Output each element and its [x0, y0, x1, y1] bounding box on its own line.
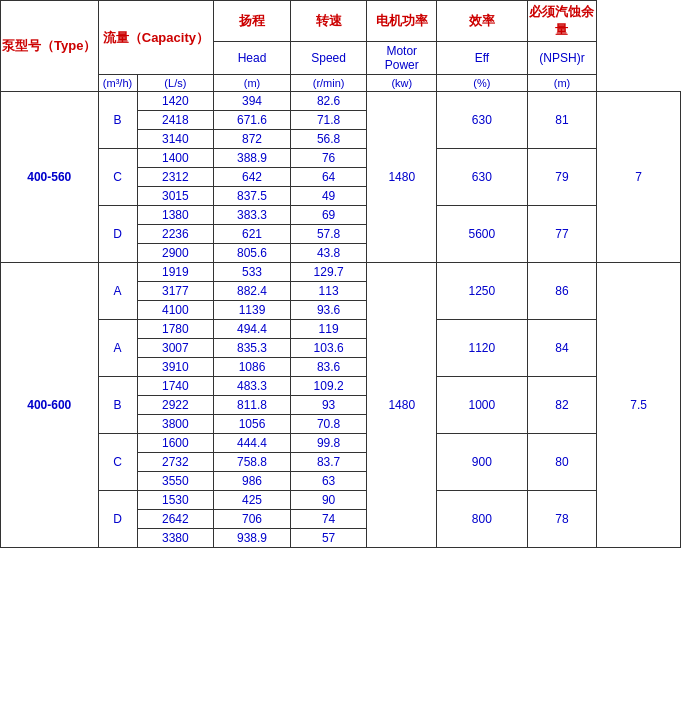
head-cell: 43.8	[290, 244, 367, 263]
head-cell: 64	[290, 168, 367, 187]
cap1-cell: 2922	[137, 396, 214, 415]
motor-cell: 900	[437, 434, 528, 491]
npsh-header: 必须汽蚀余量	[527, 1, 597, 42]
cap1-cell: 2236	[137, 225, 214, 244]
table-row: C1600444.499.890080	[1, 434, 681, 453]
cap2-cell: 425	[214, 491, 291, 510]
head-cell: 74	[290, 510, 367, 529]
head-cell: 82.6	[290, 92, 367, 111]
cap1-cell: 1919	[137, 263, 214, 282]
motor-cell: 630	[437, 149, 528, 206]
sub-cell: A	[98, 320, 137, 377]
eff-header: 效率	[437, 1, 528, 42]
head-cell: 57.8	[290, 225, 367, 244]
eff-cell: 86	[527, 263, 597, 320]
cap2-cell: 706	[214, 510, 291, 529]
head-cell: 109.2	[290, 377, 367, 396]
head-cell: 93.6	[290, 301, 367, 320]
head-cell: 90	[290, 491, 367, 510]
cap2-cell: 938.9	[214, 529, 291, 548]
head-cell: 76	[290, 149, 367, 168]
head-cell: 83.7	[290, 453, 367, 472]
capacity-header: 流量（Capacity）	[98, 1, 214, 75]
eff-cell: 84	[527, 320, 597, 377]
motor-cell: 1000	[437, 377, 528, 434]
head-cell: 129.7	[290, 263, 367, 282]
motor-cell: 800	[437, 491, 528, 548]
cap1-cell: 3007	[137, 339, 214, 358]
eff-cell: 80	[527, 434, 597, 491]
npsh-unit: (m)	[527, 75, 597, 92]
speed-unit: (r/min)	[290, 75, 367, 92]
npsh-sub: (NPSH)r	[527, 42, 597, 75]
cap1-cell: 2732	[137, 453, 214, 472]
cap1-unit: (m³/h)	[98, 75, 137, 92]
motor-header: 电机功率	[367, 1, 437, 42]
sub-cell: B	[98, 377, 137, 434]
cap2-cell: 394	[214, 92, 291, 111]
head-cell: 113	[290, 282, 367, 301]
head-cell: 63	[290, 472, 367, 491]
sub-cell: A	[98, 263, 137, 320]
cap2-cell: 388.9	[214, 149, 291, 168]
cap2-cell: 986	[214, 472, 291, 491]
eff-unit: (%)	[437, 75, 528, 92]
cap1-cell: 1400	[137, 149, 214, 168]
cap1-cell: 4100	[137, 301, 214, 320]
speed-sub: Speed	[290, 42, 367, 75]
sub-cell: C	[98, 434, 137, 491]
cap2-cell: 758.8	[214, 453, 291, 472]
head-cell: 56.8	[290, 130, 367, 149]
cap2-cell: 621	[214, 225, 291, 244]
sub-cell: C	[98, 149, 137, 206]
cap1-cell: 1420	[137, 92, 214, 111]
motor-unit: (kw)	[367, 75, 437, 92]
cap2-cell: 872	[214, 130, 291, 149]
pump-data-table: 泵型号（Type） 流量（Capacity） 扬程 转速 电机功率 效率 必须汽…	[0, 0, 681, 548]
table-row: 400-600A1919533129.714801250867.5	[1, 263, 681, 282]
cap1-cell: 3177	[137, 282, 214, 301]
cap1-cell: 2312	[137, 168, 214, 187]
npsh-cell: 7.5	[597, 263, 681, 548]
cap2-cell: 882.4	[214, 282, 291, 301]
cap2-cell: 811.8	[214, 396, 291, 415]
cap2-cell: 805.6	[214, 244, 291, 263]
cap2-cell: 494.4	[214, 320, 291, 339]
head-cell: 57	[290, 529, 367, 548]
cap1-cell: 3015	[137, 187, 214, 206]
cap2-cell: 1086	[214, 358, 291, 377]
motor-cell: 630	[437, 92, 528, 149]
cap1-cell: 1600	[137, 434, 214, 453]
table-row: A1780494.4119112084	[1, 320, 681, 339]
motor-cell: 5600	[437, 206, 528, 263]
eff-cell: 77	[527, 206, 597, 263]
cap2-cell: 533	[214, 263, 291, 282]
head-header: 扬程	[214, 1, 291, 42]
head-cell: 70.8	[290, 415, 367, 434]
cap1-cell: 3550	[137, 472, 214, 491]
cap1-cell: 1380	[137, 206, 214, 225]
head-cell: 103.6	[290, 339, 367, 358]
sub-cell: D	[98, 491, 137, 548]
header-row-3: (m³/h) (L/s) (m) (r/min) (kw) (%) (m)	[1, 75, 681, 92]
eff-cell: 81	[527, 92, 597, 149]
cap2-cell: 835.3	[214, 339, 291, 358]
cap1-cell: 2642	[137, 510, 214, 529]
cap2-cell: 383.3	[214, 206, 291, 225]
head-unit: (m)	[214, 75, 291, 92]
table-row: B1740483.3109.2100082	[1, 377, 681, 396]
cap2-unit: (L/s)	[137, 75, 214, 92]
speed-cell: 1480	[367, 263, 437, 548]
motor-cell: 1250	[437, 263, 528, 320]
head-cell: 83.6	[290, 358, 367, 377]
cap1-cell: 2900	[137, 244, 214, 263]
table-row: 400-560B142039482.61480630817	[1, 92, 681, 111]
motor-sub: Motor Power	[367, 42, 437, 75]
cap2-cell: 837.5	[214, 187, 291, 206]
head-cell: 119	[290, 320, 367, 339]
cap1-cell: 2418	[137, 111, 214, 130]
main-table-wrapper: 泵型号（Type） 流量（Capacity） 扬程 转速 电机功率 效率 必须汽…	[0, 0, 681, 548]
cap1-cell: 1740	[137, 377, 214, 396]
cap2-cell: 642	[214, 168, 291, 187]
npsh-cell: 7	[597, 92, 681, 263]
